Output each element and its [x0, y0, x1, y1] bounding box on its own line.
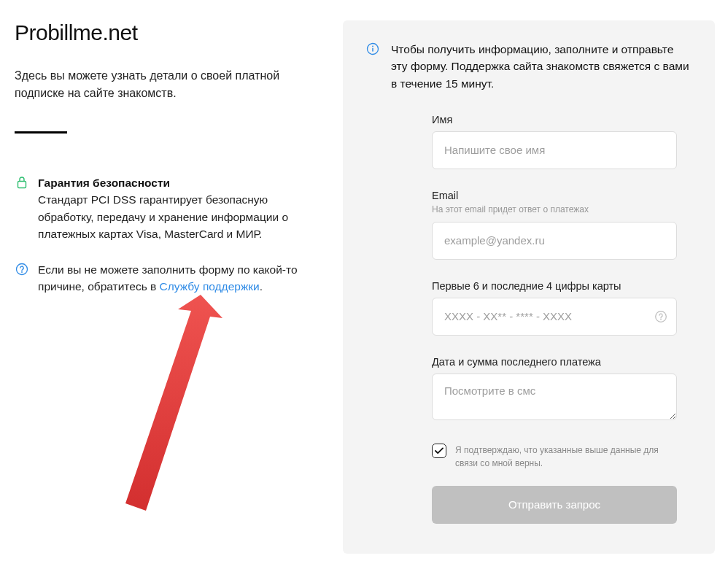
confirm-checkbox[interactable]	[432, 444, 446, 458]
help-block: Если вы не можете заполнить форму по как…	[15, 261, 321, 295]
name-input[interactable]	[432, 131, 677, 169]
info-icon	[366, 41, 381, 92]
field-payment: Дата и сумма последнего платежа	[432, 356, 677, 423]
help-suffix: .	[260, 280, 263, 293]
lock-icon	[15, 174, 29, 242]
payment-label: Дата и сумма последнего платежа	[432, 356, 677, 368]
security-block: Гарантия безопасности Стандарт PCI DSS г…	[15, 174, 321, 242]
question-icon	[15, 261, 29, 295]
intro-text: Здесь вы можете узнать детали о своей пл…	[15, 67, 306, 102]
svg-point-6	[656, 311, 667, 322]
email-label: Email	[432, 190, 677, 201]
left-column: Probillme.net Здесь вы можете узнать дет…	[0, 0, 343, 561]
name-label: Имя	[432, 114, 677, 125]
svg-point-7	[660, 319, 662, 320]
submit-button[interactable]: Отправить запрос	[432, 486, 677, 524]
divider	[15, 131, 67, 134]
confirm-row: Я подтверждаю, что указанные выше данные…	[432, 444, 677, 470]
form-header-text: Чтобы получить информацию, заполните и о…	[391, 41, 692, 92]
security-body: Стандарт PCI DSS гарантирует безопасную …	[38, 193, 288, 240]
form-panel: Чтобы получить информацию, заполните и о…	[343, 20, 715, 554]
svg-rect-5	[372, 48, 373, 52]
card-label: Первые 6 и последние 4 цифры карты	[432, 280, 677, 292]
svg-point-2	[21, 271, 23, 273]
support-link[interactable]: Службу поддержки	[160, 280, 260, 293]
form-header: Чтобы получить информацию, заполните и о…	[366, 41, 692, 92]
field-card: Первые 6 и последние 4 цифры карты	[432, 280, 677, 336]
field-email: Email На этот email придет ответ о плате…	[432, 190, 677, 260]
help-icon[interactable]	[654, 309, 668, 324]
site-title: Probillme.net	[15, 20, 321, 45]
form: Имя Email На этот email придет ответ о п…	[366, 114, 692, 524]
svg-point-4	[372, 46, 373, 47]
field-name: Имя	[432, 114, 677, 169]
card-input[interactable]	[432, 298, 677, 336]
security-title: Гарантия безопасности	[38, 177, 170, 189]
email-hint: На этот email придет ответ о платежах	[432, 204, 677, 214]
payment-input[interactable]	[432, 374, 677, 420]
svg-point-1	[17, 264, 28, 275]
svg-rect-0	[18, 182, 26, 188]
confirm-label: Я подтверждаю, что указанные выше данные…	[455, 444, 677, 470]
email-input[interactable]	[432, 222, 677, 260]
